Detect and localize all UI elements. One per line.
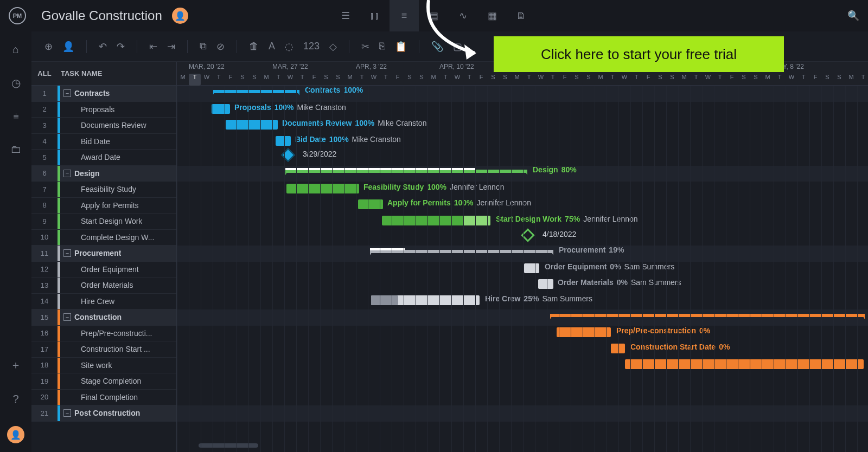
bar-assignee: Mike Cranston: [378, 119, 426, 127]
app-logo[interactable]: PM: [9, 7, 26, 24]
task-list-header: ALL TASK NAME: [31, 62, 176, 86]
task-row-1[interactable]: 1−Contracts: [31, 86, 176, 102]
home-icon[interactable]: ⌂: [12, 43, 19, 56]
fill-icon[interactable]: ◌: [285, 41, 293, 53]
day-cell: F: [225, 74, 237, 86]
briefcase-icon[interactable]: 🗀: [10, 143, 21, 156]
day-cell: M: [678, 74, 690, 86]
assign-icon[interactable]: 👤: [62, 41, 74, 53]
bar-prep[interactable]: [557, 327, 611, 337]
bar-assignee: Sam Summers: [631, 278, 681, 287]
gantt-timeline[interactable]: MAR, 20 '22MAR, 27 '22APR, 3 '22APR, 10 …: [177, 62, 868, 452]
task-row-3[interactable]: 3Documents Review: [31, 118, 176, 134]
h-scroll-thumb[interactable]: [199, 443, 258, 448]
bar-order-equipment[interactable]: [524, 263, 539, 273]
bar-pct: 25%: [524, 294, 539, 303]
day-cell: S: [750, 74, 762, 86]
file-view-icon[interactable]: 🗎: [507, 0, 536, 31]
expand-icon[interactable]: −: [63, 409, 71, 417]
paste-icon[interactable]: 📋: [395, 41, 407, 53]
bar-pct: 0%: [719, 343, 730, 351]
number-icon[interactable]: 123: [303, 41, 320, 52]
task-row-13[interactable]: 13Order Materials: [31, 277, 176, 294]
day-cell: W: [786, 74, 797, 86]
link-icon[interactable]: ⧉: [200, 41, 207, 52]
expand-icon[interactable]: −: [63, 313, 71, 321]
task-row-14[interactable]: 14Hire Crew: [31, 294, 176, 310]
task-row-6[interactable]: 6−Design: [31, 166, 176, 182]
expand-icon[interactable]: −: [63, 89, 71, 97]
indent-icon[interactable]: ⇥: [167, 41, 175, 53]
unlink-icon[interactable]: ⊘: [216, 41, 225, 53]
day-cell: T: [356, 74, 368, 86]
day-cell: S: [666, 74, 678, 86]
cut-icon[interactable]: ✂: [361, 41, 369, 53]
col-all[interactable]: ALL: [31, 69, 58, 78]
task-row-11[interactable]: 11−Procurement: [31, 246, 176, 262]
help-icon[interactable]: ?: [12, 393, 18, 405]
bar-documents-review[interactable]: [226, 120, 278, 130]
milestone-icon[interactable]: ◇: [329, 41, 337, 53]
bar-pct: 80%: [561, 165, 577, 174]
expand-icon[interactable]: −: [63, 249, 71, 257]
col-taskname[interactable]: TASK NAME: [58, 69, 102, 78]
delete-icon[interactable]: 🗑: [249, 41, 259, 52]
bar-pct: 100%: [427, 183, 446, 191]
task-row-20[interactable]: 20Final Completion: [31, 390, 176, 406]
day-cell: S: [487, 74, 499, 86]
day-cell: M: [177, 74, 189, 86]
user-avatar-rail[interactable]: [7, 426, 24, 443]
copy-icon[interactable]: ⎘: [379, 41, 385, 52]
bar-feasibility[interactable]: [286, 184, 359, 193]
task-row-8[interactable]: 8Apply for Permits: [31, 198, 176, 214]
bar-order-materials[interactable]: [538, 279, 553, 289]
task-row-9[interactable]: 9Start Design Work: [31, 214, 176, 230]
day-cell: W: [201, 74, 213, 86]
day-cell: W: [535, 74, 547, 86]
task-row-10[interactable]: 10Complete Design W...: [31, 230, 176, 246]
task-row-21[interactable]: 21−Post Construction: [31, 405, 176, 422]
bar-label: Contracts: [305, 86, 340, 94]
bar-label: Hire Crew: [485, 294, 520, 303]
undo-icon[interactable]: ↶: [99, 41, 107, 53]
task-row-17[interactable]: 17Construction Start ...: [31, 341, 176, 358]
task-row-18[interactable]: 18Site work: [31, 358, 176, 374]
task-row-16[interactable]: 16Prep/Pre-constructi...: [31, 326, 176, 342]
search-icon[interactable]: 🔍: [847, 10, 859, 22]
team-icon[interactable]: ⩧: [13, 110, 18, 122]
text-style-icon[interactable]: A: [269, 41, 275, 52]
task-row-12[interactable]: 12Order Equipment: [31, 262, 176, 278]
recent-icon[interactable]: ◷: [11, 76, 21, 89]
bar-bid-date[interactable]: [276, 136, 291, 146]
outdent-icon[interactable]: ⇤: [149, 41, 157, 53]
list-view-icon[interactable]: ☰: [331, 0, 360, 31]
bar-label: Design: [533, 165, 558, 174]
cta-banner[interactable]: Click here to start your free trial: [494, 36, 784, 72]
task-row-5[interactable]: 5Award Date: [31, 150, 176, 166]
day-cell: T: [296, 74, 308, 86]
redo-icon[interactable]: ↷: [117, 41, 125, 53]
add-task-icon[interactable]: ⊕: [44, 41, 53, 53]
expand-icon[interactable]: −: [63, 170, 71, 177]
task-row-2[interactable]: 2Proposals: [31, 102, 176, 118]
add-icon[interactable]: ＋: [10, 358, 21, 372]
bar-construction[interactable]: [550, 314, 865, 317]
bar-label: Construction Start Date: [630, 343, 716, 351]
bar-label: Proposals: [234, 103, 271, 112]
day-cell: T: [272, 74, 284, 86]
bar-proposals[interactable]: [212, 104, 230, 114]
bar-csd[interactable]: [611, 344, 625, 353]
task-row-15[interactable]: 15−Construction: [31, 309, 176, 326]
day-cell: W: [618, 74, 630, 86]
user-avatar[interactable]: [172, 8, 188, 24]
day-cell: S: [821, 74, 833, 86]
task-row-4[interactable]: 4Bid Date: [31, 134, 176, 150]
task-row-7[interactable]: 7Feasibility Study: [31, 182, 176, 198]
bar-label: Prep/Pre-construction: [616, 326, 696, 335]
day-cell: M: [427, 74, 439, 86]
bar-sitework[interactable]: [625, 359, 864, 369]
day-cell: F: [726, 74, 738, 86]
task-row-19[interactable]: 19Stage Completion: [31, 373, 176, 390]
board-view-icon[interactable]: ⫿⫿: [360, 0, 390, 31]
bar-contracts[interactable]: [213, 90, 299, 93]
